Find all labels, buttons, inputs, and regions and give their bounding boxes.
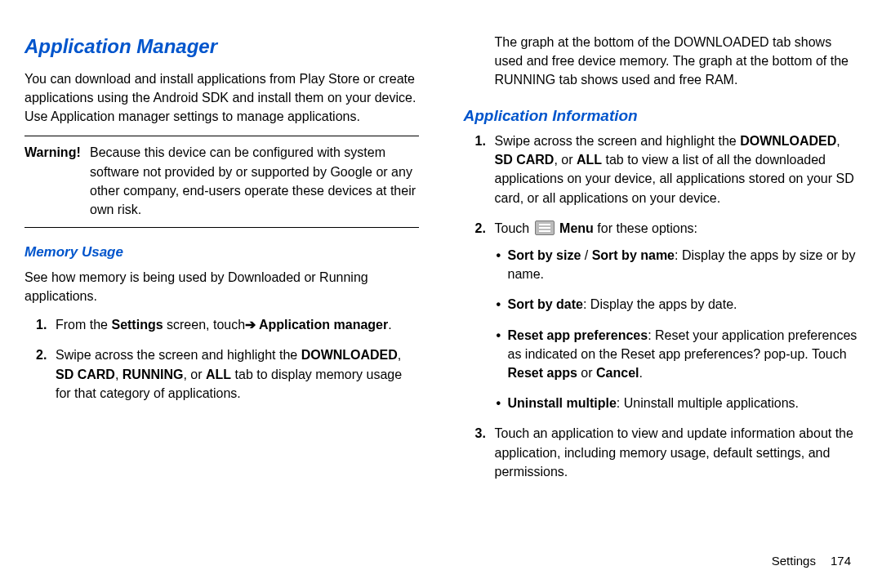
text-bold: Sort by size <box>508 248 581 262</box>
text: / <box>581 248 591 262</box>
heading-app-manager: Application Manager <box>24 33 419 61</box>
appinfo-steps: Swipe across the screen and highlight th… <box>464 131 858 481</box>
right-column: The graph at the bottom of the DOWNLOADE… <box>464 33 858 572</box>
text: or <box>577 366 596 380</box>
intro-text: You can download and install application… <box>24 69 419 127</box>
graph-description: The graph at the bottom of the DOWNLOADE… <box>495 33 858 90</box>
text: Swipe across the screen and highlight th… <box>495 134 741 148</box>
text-bold: Reset app preferences <box>508 328 648 342</box>
subheading-app-info: Application Information <box>464 105 858 127</box>
text-bold: Reset apps <box>508 366 577 380</box>
memory-steps: From the Settings screen, touch➔ Applica… <box>24 315 419 403</box>
text: for these options: <box>594 221 697 235</box>
text: . <box>639 366 642 380</box>
text-bold: SD CARD <box>56 368 115 381</box>
option-uninstall-multiple: Uninstall multiple: Uninstall multiple a… <box>508 394 858 412</box>
memory-intro: See how memory is being used by Download… <box>24 268 419 305</box>
warning-lead: Warning! <box>24 143 90 219</box>
text-bold: DOWNLOADED <box>301 348 398 362</box>
text-bold: ALL <box>206 368 231 381</box>
text-bold: Cancel <box>596 366 639 380</box>
appinfo-step-1: Swipe across the screen and highlight th… <box>495 131 858 207</box>
text: , or <box>554 153 577 167</box>
option-sort-size-name: Sort by size / Sort by name: Display the… <box>508 246 858 283</box>
appinfo-step-2: Touch Menu for these options: Sort by si… <box>495 219 858 413</box>
warning-box: Warning! Because this device can be conf… <box>24 136 419 228</box>
subheading-memory: Memory Usage <box>24 243 419 263</box>
menu-icon <box>535 220 555 235</box>
appinfo-step-3: Touch an application to view and update … <box>495 424 858 481</box>
text-bold: Menu <box>559 221 594 235</box>
text: : Uninstall multiple applications. <box>617 396 799 410</box>
text-bold: Uninstall multiple <box>508 396 617 410</box>
memory-step-2: Swipe across the screen and highlight th… <box>56 345 419 403</box>
text: : Display the apps by date. <box>583 297 737 311</box>
text: , <box>836 134 840 148</box>
footer-page-number: 174 <box>831 554 851 568</box>
text: From the <box>56 318 111 332</box>
arrow-icon: ➔ <box>245 315 256 334</box>
option-reset-prefs: Reset app preferences: Reset your applic… <box>508 326 858 383</box>
text-bold: Sort by date <box>508 297 583 311</box>
menu-options: Sort by size / Sort by name: Display the… <box>495 246 858 412</box>
text-bold: Sort by name <box>592 248 675 262</box>
text-bold: Application manager <box>256 318 388 332</box>
text: , or <box>183 368 206 381</box>
text: screen, touch <box>163 318 246 332</box>
option-sort-date: Sort by date: Display the apps by date. <box>508 295 858 314</box>
text: Touch <box>495 221 533 235</box>
memory-step-1: From the Settings screen, touch➔ Applica… <box>56 315 419 334</box>
text: Swipe across the screen and highlight th… <box>56 348 301 362</box>
page-footer: Settings174 <box>772 552 851 570</box>
text: , <box>398 348 401 362</box>
text-bold: Settings <box>111 318 163 332</box>
warning-body: Because this device can be configured wi… <box>90 143 419 219</box>
text-bold: DOWNLOADED <box>740 134 836 148</box>
text-bold: RUNNING <box>122 368 184 381</box>
text-bold: SD CARD <box>495 153 555 167</box>
text: , <box>115 368 122 381</box>
text: . <box>388 318 391 332</box>
footer-section: Settings <box>772 554 816 568</box>
left-column: Application Manager You can download and… <box>24 33 419 572</box>
page-container: Application Manager You can download and… <box>0 0 882 588</box>
text-bold: ALL <box>577 153 602 167</box>
